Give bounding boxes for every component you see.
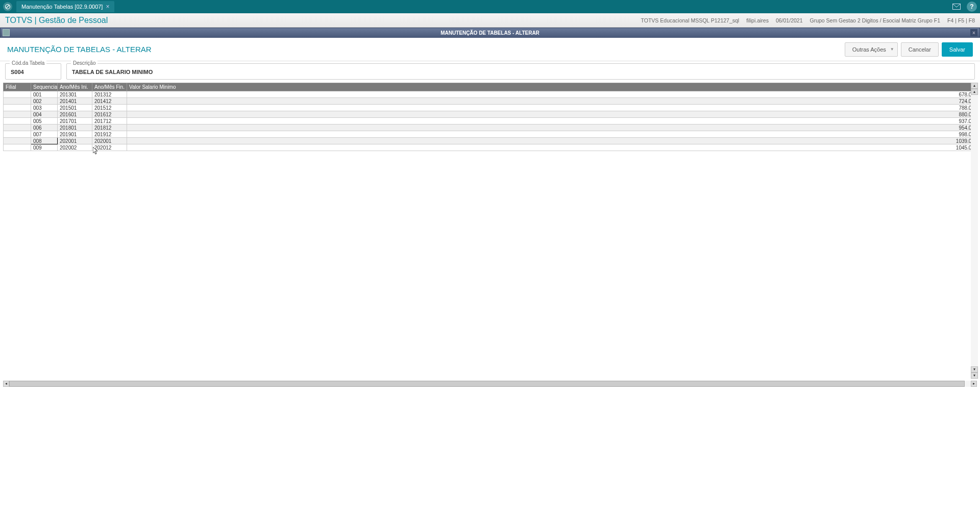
other-actions-label: Outras Ações	[852, 46, 886, 53]
table-row[interactable]: 007201901201912998.00	[4, 131, 977, 138]
cell-val[interactable]: 998.00	[127, 131, 977, 138]
cell-val[interactable]: 937.00	[127, 118, 977, 125]
field-cod-tabela: Cód.da Tabela S004	[5, 63, 61, 80]
cell-filial[interactable]	[4, 105, 31, 111]
cell-seq[interactable]: 004	[31, 111, 58, 118]
cell-seq[interactable]: 002	[31, 98, 58, 105]
app-title: TOTVS | Gestão de Pessoal	[5, 16, 108, 25]
col-header-seq[interactable]: Sequencia	[31, 83, 58, 91]
help-icon[interactable]: ?	[967, 2, 977, 12]
cell-val[interactable]: 678.00	[127, 91, 977, 98]
cell-fin[interactable]: 201912	[92, 131, 127, 138]
field-descricao: Descrição TABELA DE SALARIO MINIMO	[66, 63, 975, 80]
table-row[interactable]: 003201501201512788.00	[4, 105, 977, 111]
cell-filial[interactable]	[4, 144, 31, 151]
scroll-down-icon[interactable]: ▾	[971, 366, 978, 373]
cell-ini[interactable]: 201901	[58, 131, 92, 138]
cell-filial[interactable]	[4, 138, 31, 144]
cell-filial[interactable]	[4, 111, 31, 118]
cell-seq[interactable]: 003	[31, 105, 58, 111]
table-row[interactable]: 0092020022020121045.00	[4, 144, 977, 151]
cell-fin[interactable]: 201512	[92, 105, 127, 111]
cell-ini[interactable]: 201801	[58, 125, 92, 131]
scroll-track[interactable]	[971, 95, 978, 366]
cell-filial[interactable]	[4, 98, 31, 105]
chevron-down-icon: ▼	[890, 47, 894, 52]
cell-val[interactable]: 724.00	[127, 98, 977, 105]
cell-fin[interactable]: 201312	[92, 91, 127, 98]
cell-val[interactable]: 880.00	[127, 111, 977, 118]
horizontal-scrollbar[interactable]: ◂ ▸	[3, 381, 977, 387]
col-header-fin[interactable]: Ano/Mês Fin.	[92, 83, 127, 91]
cell-seq[interactable]: 009	[31, 144, 58, 151]
action-bar: MANUTENÇÃO DE TABELAS - ALTERAR Outras A…	[0, 38, 980, 61]
cell-ini[interactable]: 201701	[58, 118, 92, 125]
svg-line-1	[6, 5, 9, 8]
cell-ini[interactable]: 201601	[58, 111, 92, 118]
grid-header-row: Filial Sequencia Ano/Mês Ini. Ano/Mês Fi…	[4, 83, 977, 91]
cell-seq[interactable]: 005	[31, 118, 58, 125]
grid-wrap: Filial Sequencia Ano/Mês Ini. Ano/Mês Fi…	[3, 83, 977, 379]
cell-fin[interactable]: 201612	[92, 111, 127, 118]
mail-icon[interactable]	[951, 2, 962, 12]
cell-fin[interactable]: 202001	[92, 138, 127, 144]
scroll-bottom-icon[interactable]: ▾	[971, 373, 978, 379]
col-header-val[interactable]: Valor Salario Minimo	[127, 83, 977, 91]
cell-val[interactable]: 1039.00	[127, 138, 977, 144]
cell-ini[interactable]: 201401	[58, 98, 92, 105]
hscroll-track[interactable]	[9, 381, 971, 387]
cell-seq[interactable]: 006	[31, 125, 58, 131]
cell-ini[interactable]: 202001	[58, 138, 92, 144]
scroll-up-icon[interactable]: ▴	[971, 89, 978, 95]
group-label: Grupo Sem Gestao 2 Digitos / Esocial Mat…	[810, 17, 941, 23]
scroll-top-icon[interactable]: ▴	[971, 83, 978, 89]
scroll-left-icon[interactable]: ◂	[3, 381, 9, 387]
window-close-icon[interactable]: ×	[970, 29, 977, 36]
cell-ini[interactable]: 201501	[58, 105, 92, 111]
hscroll-thumb[interactable]	[9, 381, 965, 387]
field-desc-value[interactable]: TABELA DE SALARIO MINIMO	[67, 64, 974, 79]
cell-seq[interactable]: 007	[31, 131, 58, 138]
cell-ini[interactable]: 201301	[58, 91, 92, 98]
window-tab[interactable]: Manutenção Tabelas [02.9.0007] ×	[16, 1, 114, 12]
window-icon[interactable]	[3, 29, 10, 36]
cell-ini[interactable]: 202002	[58, 144, 92, 151]
window-bar: MANUTENÇÃO DE TABELAS - ALTERAR ×	[0, 28, 980, 38]
vertical-scrollbar[interactable]: ▴ ▴ ▾ ▾	[971, 83, 978, 379]
cell-filial[interactable]	[4, 131, 31, 138]
field-cod-value[interactable]: S004	[6, 64, 61, 79]
col-header-filial[interactable]: Filial	[4, 83, 31, 91]
cell-seq[interactable]: 001	[31, 91, 58, 98]
table-row[interactable]: 006201801201812954.00	[4, 125, 977, 131]
table-row[interactable]: 005201701201712937.00	[4, 118, 977, 125]
user-label: filipi.aires	[746, 17, 769, 23]
action-title: MANUTENÇÃO DE TABELAS - ALTERAR	[7, 45, 152, 54]
cancel-button[interactable]: Cancelar	[901, 42, 939, 57]
cell-fin[interactable]: 202012	[92, 144, 127, 151]
field-cod-label: Cód.da Tabela	[10, 60, 46, 66]
cell-seq[interactable]: 008	[31, 138, 58, 144]
app-logo-icon[interactable]	[3, 2, 12, 11]
cell-fin[interactable]: 201412	[92, 98, 127, 105]
cell-val[interactable]: 954.00	[127, 125, 977, 131]
data-grid[interactable]: Filial Sequencia Ano/Mês Ini. Ano/Mês Fi…	[3, 83, 977, 151]
cell-filial[interactable]	[4, 118, 31, 125]
window-title: MANUTENÇÃO DE TABELAS - ALTERAR	[440, 30, 540, 36]
cell-val[interactable]: 1045.00	[127, 144, 977, 151]
other-actions-button[interactable]: Outras Ações ▼	[845, 42, 898, 57]
cell-val[interactable]: 788.00	[127, 105, 977, 111]
table-row[interactable]: 004201601201612880.00	[4, 111, 977, 118]
cell-filial[interactable]	[4, 125, 31, 131]
keys-label: F4 | F5 | F8	[947, 17, 975, 23]
cell-fin[interactable]: 201712	[92, 118, 127, 125]
scroll-right-icon[interactable]: ▸	[971, 381, 977, 387]
field-desc-label: Descrição	[71, 60, 97, 66]
cell-fin[interactable]: 201812	[92, 125, 127, 131]
save-button[interactable]: Salvar	[942, 42, 973, 57]
cell-filial[interactable]	[4, 91, 31, 98]
tab-close-icon[interactable]: ×	[106, 1, 109, 12]
table-row[interactable]: 002201401201412724.00	[4, 98, 977, 105]
table-row[interactable]: 001201301201312678.00	[4, 91, 977, 98]
table-row[interactable]: 0082020012020011039.00	[4, 138, 977, 144]
col-header-ini[interactable]: Ano/Mês Ini.	[58, 83, 92, 91]
